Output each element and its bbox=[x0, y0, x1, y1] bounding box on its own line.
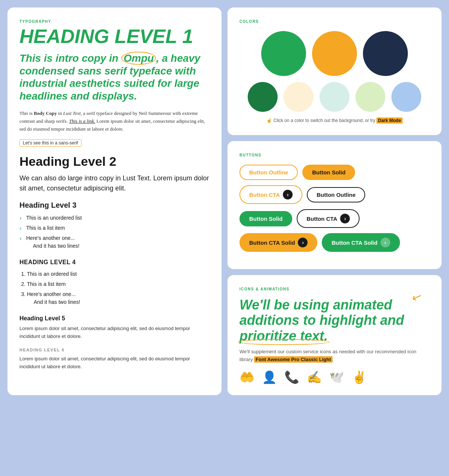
icon-dove: 🕊️ bbox=[329, 371, 344, 383]
color-hint-text: ☝ Click on a color to switch out the bac… bbox=[239, 118, 430, 123]
cta-arrow-icon-2: › bbox=[340, 214, 350, 223]
list-item: This is a list item bbox=[27, 280, 210, 288]
icon-phone: 📞 bbox=[284, 371, 299, 383]
color-swatch-mint[interactable] bbox=[320, 82, 349, 112]
icons-heading: We'll be using animated additions to hig… bbox=[239, 297, 430, 344]
icon-person: 👤 bbox=[262, 371, 277, 383]
body-copy-lust: This is Body Copy in Lust Text, a serif … bbox=[19, 110, 210, 133]
list-item: This is a list item bbox=[19, 224, 210, 232]
small-color-circles bbox=[239, 82, 430, 112]
icons-heading-container: ↙ We'll be using animated additions to h… bbox=[239, 297, 430, 344]
icons-row: 🤲 👤 📞 ✍️ 🕊️ ✌️ bbox=[239, 371, 430, 383]
color-swatch-dark-green[interactable] bbox=[248, 82, 278, 112]
sans-serif-badge[interactable]: Let's see this in a sans-serif bbox=[19, 139, 82, 147]
icons-body-text: We'll supplement our custom service icon… bbox=[239, 348, 430, 364]
heading-level-2: Heading Level 2 bbox=[19, 154, 210, 169]
button-row-1: Button Outline Button Solid bbox=[239, 165, 430, 180]
intro-copy-2: We can also do large intro copy in Lust … bbox=[19, 173, 210, 193]
icons-panel: ICONS & ANIMATIONS ↙ We'll be using anim… bbox=[227, 275, 442, 395]
button-outline-yellow[interactable]: Button Outline bbox=[239, 165, 298, 180]
cta-arrow-icon: › bbox=[283, 190, 293, 199]
font-awesome-link[interactable]: Font Awesome Pro Classic Light bbox=[254, 356, 333, 363]
list-item: This is an ordered list bbox=[27, 270, 210, 278]
button-row-3: Button Solid Button CTA › bbox=[239, 209, 430, 228]
color-swatch-navy[interactable] bbox=[363, 31, 408, 76]
heading-level-4: HEADING LEVEL 4 bbox=[19, 259, 210, 266]
button-row-2: Button CTA › Button Outline bbox=[239, 185, 430, 204]
color-swatch-amber[interactable] bbox=[312, 31, 357, 76]
button-solid-yellow[interactable]: Button Solid bbox=[302, 165, 355, 180]
highlighted-text: prioritize text. bbox=[239, 328, 328, 344]
icon-writing: ✍️ bbox=[307, 371, 322, 383]
body-text-5: Lorem ipsum dolor sit amet, consectetur … bbox=[19, 325, 210, 341]
list-item: Here's another one... And it has two lin… bbox=[27, 290, 210, 306]
color-swatch-green[interactable] bbox=[261, 31, 306, 76]
buttons-panel: BUTTONS Button Outline Button Solid Butt… bbox=[227, 141, 442, 269]
color-swatch-light-green[interactable] bbox=[355, 82, 385, 112]
colors-section-label: COloRS bbox=[239, 19, 430, 24]
heading-level-6: HEADING LEVEL 6 bbox=[19, 348, 210, 352]
icons-section-label: ICONS & ANIMATIONS bbox=[239, 287, 430, 291]
button-outline-dark[interactable]: Button Outline bbox=[307, 187, 365, 202]
highlighted-word: Ompu bbox=[121, 52, 156, 65]
intro-copy: This is intro copy in Ompu, a heavy cond… bbox=[19, 52, 210, 102]
icon-hands: 🤲 bbox=[239, 371, 254, 383]
body-link[interactable]: This is a link. bbox=[69, 118, 95, 124]
button-cta-outline[interactable]: Button CTA › bbox=[297, 209, 360, 228]
heading-level-1: HEADING LEVEL 1 bbox=[19, 27, 210, 46]
button-row-4: Button CTA Solid › Button CTA Solid › bbox=[239, 233, 430, 252]
icon-peace: ✌️ bbox=[352, 371, 367, 383]
colors-panel: COloRS ☝ Click on a color to switch out … bbox=[227, 7, 442, 135]
button-cta-yellow[interactable]: Button CTA › bbox=[239, 185, 302, 204]
typography-panel: TYPOGRAPHY HEADING LEVEL 1 This is intro… bbox=[7, 7, 222, 395]
button-solid-green[interactable]: Button Solid bbox=[239, 211, 292, 226]
color-swatch-light-blue[interactable] bbox=[391, 82, 421, 112]
heading-level-3: Heading Level 3 bbox=[19, 201, 210, 210]
body-text-6: Lorem ipsum dolor sit amet, consectetur … bbox=[19, 355, 210, 371]
dark-mode-link[interactable]: Dark Mode bbox=[376, 118, 402, 123]
color-swatch-cream[interactable] bbox=[284, 82, 314, 112]
button-cta-solid-yellow[interactable]: Button CTA Solid › bbox=[239, 233, 317, 252]
list-item: This is an unordered list bbox=[19, 214, 210, 222]
cursor-icon: ☝ bbox=[266, 118, 272, 123]
list-item: Here's another one... And it has two lin… bbox=[19, 234, 210, 250]
large-color-circles bbox=[239, 31, 430, 76]
cta-arrow-icon-4: › bbox=[381, 238, 390, 247]
typography-section-label: TYPOGRAPHY bbox=[19, 19, 210, 24]
heading-level-5: Heading Level 5 bbox=[19, 315, 210, 322]
unordered-list: This is an unordered list This is a list… bbox=[19, 214, 210, 250]
buttons-section-label: BUTTONS bbox=[239, 153, 430, 157]
ordered-list: This is an ordered list This is a list i… bbox=[27, 270, 210, 306]
button-cta-solid-green[interactable]: Button CTA Solid › bbox=[322, 233, 400, 252]
intro-text-part1: This is intro copy in bbox=[19, 52, 121, 64]
cta-arrow-icon-3: › bbox=[298, 238, 308, 247]
